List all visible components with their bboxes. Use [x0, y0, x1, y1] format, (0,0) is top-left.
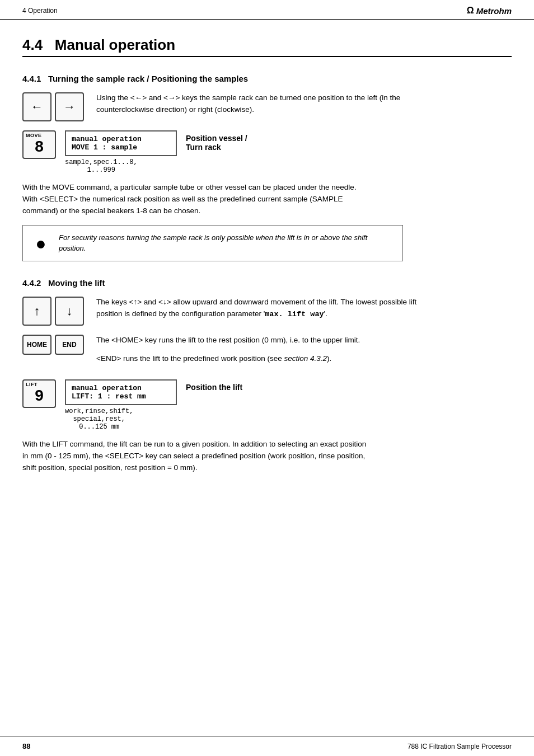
updown-description: The keys <↑> and <↓> allow upward and do…: [96, 297, 421, 321]
lift-lcd-sub: work,rinse,shift, special,rest, 0...125 …: [65, 407, 133, 431]
lift-body-text: With the LIFT command, the lift can be r…: [22, 439, 369, 474]
home-end-keys-pair: HOME END: [22, 335, 87, 355]
omega-icon: Ω: [467, 6, 474, 16]
footer-document-title: 788 IC Filtration Sample Processor: [407, 743, 512, 750]
section-442: 4.4.2 Moving the lift ↑ ↓ The keys <↑> a…: [22, 278, 512, 474]
move-display-row: MOVE 8 manual operation MOVE 1 : sample …: [22, 130, 512, 174]
move-key-number: 8: [35, 138, 44, 156]
section-442-title: 4.4.2 Moving the lift: [22, 278, 512, 288]
lift-key-number: 9: [35, 387, 44, 405]
home-text: The <HOME> key runs the lift to the rest…: [96, 335, 421, 346]
home-end-row: HOME END The <HOME> key runs the lift to…: [22, 335, 512, 372]
lift-lcd-box: manual operation LIFT: 1 : rest mm: [65, 379, 177, 405]
move-lcd-sub: sample,spec.1...8, 1...999: [65, 158, 138, 174]
header-logo: Ω Metrohm: [467, 6, 512, 16]
section-441: 4.4.1 Turning the sample rack / Position…: [22, 74, 512, 261]
move-lcd-title: manual operation: [72, 135, 170, 143]
metrohm-logo-text: Metrohm: [476, 6, 512, 16]
warning-box: ● For security reasons turning the sampl…: [22, 225, 403, 261]
page: 4 Operation Ω Metrohm 4.4 Manual operati…: [0, 0, 534, 756]
move-display-key: MOVE 8: [22, 130, 56, 159]
key-end[interactable]: END: [55, 335, 84, 355]
updown-keys-row: ↑ ↓ The keys <↑> and <↓> allow upward an…: [22, 297, 512, 327]
end-text: <END> runs the lift to the predefined wo…: [96, 353, 421, 365]
position-lift-label: Position the lift: [186, 379, 242, 392]
arrow-keys-pair: ← →: [22, 92, 87, 121]
page-content: 4.4 Manual operation 4.4.1 Turning the s…: [0, 20, 534, 513]
lift-lcd-area: manual operation LIFT: 1 : rest mm work,…: [65, 379, 177, 431]
key-home[interactable]: HOME: [22, 335, 51, 355]
position-lift-text: Position the lift: [186, 383, 242, 392]
warning-icon: ●: [31, 233, 51, 254]
arrow-keys-row: ← → Using the <←> and <→> keys the sampl…: [22, 92, 512, 123]
key-down-arrow[interactable]: ↓: [55, 297, 84, 326]
move-lcd-area: manual operation MOVE 1 : sample sample,…: [65, 130, 177, 174]
section-44-title: 4.4 Manual operation: [22, 36, 512, 57]
move-lcd-line: MOVE 1 : sample: [72, 143, 170, 152]
page-header: 4 Operation Ω Metrohm: [0, 0, 534, 20]
page-footer: 88 788 IC Filtration Sample Processor: [0, 736, 534, 756]
move-body-text: With the MOVE command, a particular samp…: [22, 182, 369, 217]
move-lcd-box: manual operation MOVE 1 : sample: [65, 130, 177, 156]
key-up-arrow[interactable]: ↑: [22, 297, 51, 326]
lift-lcd-line: LIFT: 1 : rest mm: [72, 392, 170, 401]
lift-lcd-title: manual operation: [72, 384, 170, 392]
footer-page-number: 88: [22, 742, 30, 750]
position-vessel-label: Position vessel / Turn rack: [186, 130, 247, 152]
key-left-arrow[interactable]: ←: [22, 92, 51, 121]
lift-display-row: LIFT 9 manual operation LIFT: 1 : rest m…: [22, 379, 512, 431]
header-section-label: 4 Operation: [22, 7, 58, 15]
warning-text: For security reasons turning the sample …: [59, 232, 395, 254]
home-end-description: The <HOME> key runs the lift to the rest…: [96, 335, 512, 372]
key-right-arrow[interactable]: →: [55, 92, 84, 121]
section-44: 4.4 Manual operation: [22, 36, 512, 57]
section-441-title: 4.4.1 Turning the sample rack / Position…: [22, 74, 512, 83]
position-vessel-line1: Position vessel /: [186, 134, 247, 143]
arrow-keys-description: Using the <←> and <→> keys the sample ra…: [96, 92, 421, 116]
lift-display-key: LIFT 9: [22, 379, 56, 408]
position-vessel-line2: Turn rack: [186, 143, 247, 152]
updown-keys-pair: ↑ ↓: [22, 297, 87, 326]
